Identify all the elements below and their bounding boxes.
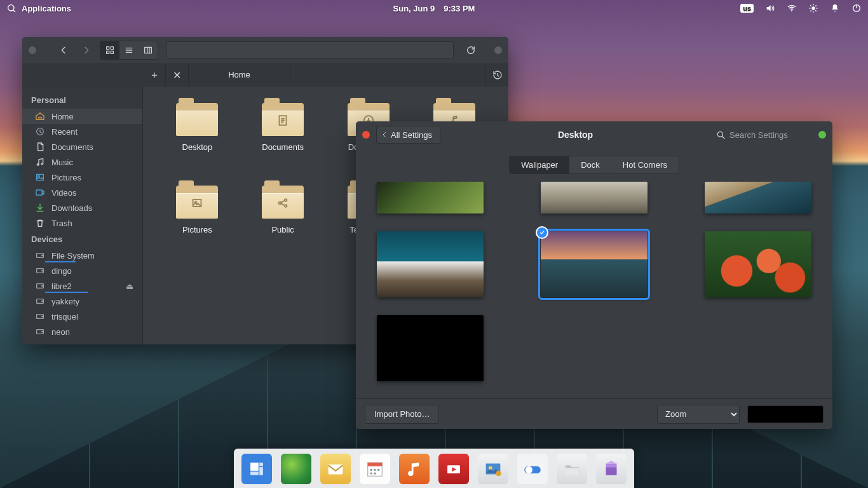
path-bar[interactable] [166,41,454,59]
settings-search[interactable]: Search Settings [710,126,812,144]
folder-label: Documents [262,142,304,152]
dock-app-switchboard[interactable] [517,454,548,484]
switchboard-icon [522,458,543,480]
svg-rect-58 [259,467,263,475]
tab-home[interactable]: Home [189,64,290,86]
sidebar-item-documents[interactable]: Documents [22,139,142,154]
nav-forward-button[interactable] [77,41,96,59]
tab-wallpaper[interactable]: Wallpaper [510,156,569,173]
sidebar-item-libre2[interactable]: libre2⏏ [22,278,142,294]
sidebar-item-label: File System [51,251,95,261]
all-settings-back-button[interactable]: All Settings [376,126,440,144]
sidebar-item-neon[interactable]: neon [22,324,142,339]
folder-public[interactable]: Public [240,186,326,268]
view-grid-icon[interactable] [100,41,119,59]
dock-app-files[interactable] [557,454,587,484]
sidebar-item-file-system[interactable]: File System [22,248,142,263]
sidebar-item-music[interactable]: Music [22,154,142,170]
sidebar-item-pictures[interactable]: Pictures [22,170,142,185]
tab-hot-corners[interactable]: Hot Corners [611,156,679,173]
import-photo-button[interactable]: Import Photo… [365,405,439,424]
history-button[interactable] [485,64,508,86]
brightness-icon[interactable] [808,3,818,13]
applications-label: Applications [22,4,71,13]
wallpaper-thumb-leaves[interactable] [377,182,484,214]
sidebar-header-personal: Personal [22,92,142,109]
dock-app-mail[interactable] [320,454,351,484]
svg-line-1 [13,10,15,12]
dock-app-video[interactable] [438,454,469,484]
panel-date[interactable]: Sun, Jun 9 [393,4,435,13]
wallpaper-thumb-tulips[interactable] [705,231,811,297]
svg-point-50 [285,199,287,201]
multitask-icon [246,458,268,480]
dock-app-multitask[interactable] [241,454,272,484]
desktop-tabs[interactable]: Wallpaper Dock Hot Corners [509,156,679,174]
svg-rect-21 [145,47,152,53]
dock-app-calendar[interactable] [360,454,390,484]
sidebar-item-boot[interactable]: boot [22,339,142,344]
panel-time[interactable]: 9:33 PM [444,4,475,13]
svg-line-10 [815,5,816,6]
sidebar-item-videos[interactable]: Videos [22,185,142,200]
tab-dock[interactable]: Dock [569,156,611,173]
sidebar-item-label: Documents [51,142,93,152]
doc-icon [35,142,45,152]
svg-rect-61 [329,464,343,475]
sidebar-item-home[interactable]: Home [22,109,142,124]
applications-menu[interactable]: Applications [6,3,71,13]
svg-point-31 [42,255,43,255]
wallpaper-thumb-pier[interactable] [541,231,648,297]
window-maximize-button[interactable] [818,131,826,139]
back-button-label: All Settings [391,130,432,140]
drive-icon [35,266,45,276]
view-switcher[interactable] [100,41,158,60]
background-color-swatch[interactable] [747,405,824,423]
view-list-icon[interactable] [119,41,139,59]
power-icon[interactable] [851,3,862,13]
settings-title: Desktop [558,130,593,140]
svg-rect-66 [377,469,379,471]
wifi-icon[interactable] [787,3,797,13]
sidebar-item-downloads[interactable]: Downloads [22,200,142,215]
dock-app-browser[interactable] [281,454,311,484]
new-tab-button[interactable]: ＋ [143,64,166,86]
dock-app-music[interactable] [399,454,430,484]
dock-app-photos[interactable] [478,454,508,484]
folder-desktop[interactable]: Desktop [154,103,240,186]
sidebar-item-label: neon [51,327,70,337]
folder-documents[interactable]: Documents [240,103,326,186]
window-close-button[interactable] [29,46,36,54]
sidebar-item-label: Pictures [51,173,81,182]
vid-icon [35,187,45,198]
sidebar-item-yakkety[interactable]: yakkety [22,294,142,309]
wallpaper-thumb-ridge[interactable] [541,182,648,214]
wallpaper-thumb-mountain[interactable] [377,231,484,297]
sidebar-item-trash[interactable]: Trash [22,215,142,231]
sidebar-item-dingo[interactable]: dingo [22,263,142,278]
sidebar-item-label: Recent [51,127,78,137]
notifications-icon[interactable] [830,3,840,13]
window-maximize-button[interactable] [494,46,502,54]
files-icon [561,458,583,480]
view-columns-icon[interactable] [139,41,158,59]
close-tab-button[interactable]: ✕ [166,64,189,86]
volume-icon[interactable] [765,3,775,13]
files-sidebar: Personal Home Recent Documents Music Pic… [22,86,143,344]
sidebar-item-trisquel[interactable]: trisquel [22,309,142,324]
nav-back-button[interactable] [54,41,73,59]
video-icon [443,458,465,480]
reload-button[interactable] [461,41,480,59]
sidebar-item-label: yakkety [51,297,79,306]
window-close-button[interactable] [362,131,370,139]
folder-pictures[interactable]: Pictures [154,186,240,268]
wallpaper-thumb-black[interactable] [377,315,484,381]
wallpaper-thumb-coast[interactable] [705,182,811,214]
dock-app-appcenter[interactable] [596,454,627,484]
wallpaper-grid[interactable] [356,182,832,398]
top-panel: Applications Sun, Jun 9 9:33 PM us [0,0,868,17]
sidebar-item-recent[interactable]: Recent [22,124,142,139]
wallpaper-fit-select[interactable]: Zoom [657,405,740,424]
folder-icon [176,186,218,219]
keyboard-layout-indicator[interactable]: us [740,4,754,13]
